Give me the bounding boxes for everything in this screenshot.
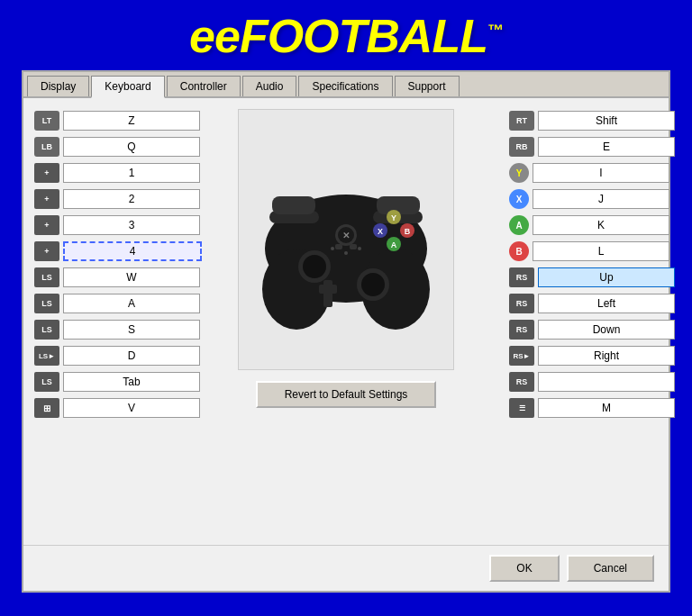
dpad1-key-input[interactable] — [63, 163, 200, 183]
list-item: + — [34, 187, 183, 211]
rs-down-key-input[interactable] — [538, 320, 675, 340]
svg-point-28 — [358, 247, 361, 250]
cam-icon: ⊞ — [34, 398, 59, 418]
a-key-input[interactable] — [533, 215, 669, 235]
ls-right-key-input[interactable] — [63, 346, 200, 366]
rs-left-icon: RS — [509, 294, 534, 313]
rs-down-icon: RS — [509, 320, 534, 340]
rt-key-input[interactable] — [538, 111, 675, 131]
b-button-icon: B — [509, 241, 529, 261]
x-key-input[interactable] — [533, 189, 669, 209]
list-item: LB — [34, 135, 183, 159]
rb-key-input[interactable] — [538, 137, 675, 157]
svg-rect-15 — [319, 285, 337, 294]
ls-down-key-input[interactable] — [63, 320, 200, 340]
tab-bar: Display Keyboard Controller Audio Specif… — [23, 72, 669, 98]
b-key-input[interactable] — [533, 241, 669, 261]
rs-left-key-input[interactable] — [538, 294, 675, 313]
y-button-icon: Y — [509, 163, 529, 183]
list-item: + — [34, 240, 183, 263]
list-item: RS — [509, 266, 658, 289]
list-item: LT — [34, 109, 183, 132]
svg-rect-5 — [272, 196, 315, 214]
dpad3-key-input[interactable] — [63, 215, 200, 235]
menu-key-input[interactable] — [538, 398, 675, 418]
tab-support[interactable]: Support — [395, 76, 460, 96]
x-button-icon: X — [509, 189, 529, 209]
list-item: Y — [509, 161, 658, 185]
ls-left-icon: LS — [34, 294, 59, 313]
list-item: + — [34, 213, 183, 237]
list-item: + — [34, 161, 183, 185]
revert-button[interactable]: Revert to Default Settings — [256, 381, 436, 408]
dpad1-icon: + — [34, 163, 59, 183]
list-item: RS — [509, 292, 658, 315]
cam-key-input[interactable] — [63, 398, 200, 418]
app-logo: eeFOOTBALL™ — [189, 9, 503, 63]
rs-up-key-input[interactable] — [538, 267, 675, 287]
ls-left-key-input[interactable] — [63, 294, 200, 313]
list-item: LS — [34, 370, 183, 394]
y-key-input[interactable] — [533, 163, 669, 183]
ls-down-icon: LS — [34, 320, 59, 340]
svg-rect-25 — [350, 244, 357, 249]
lb-icon: LB — [34, 137, 59, 157]
ls-extra-key-input[interactable] — [63, 372, 200, 392]
list-item: X — [509, 187, 658, 211]
dpad2-icon: + — [34, 189, 59, 209]
list-item: RS — [509, 318, 658, 341]
svg-point-27 — [344, 251, 348, 255]
logo-e-letter: e — [189, 10, 214, 62]
ls-right-icon: LS► — [34, 346, 59, 366]
svg-text:X: X — [378, 227, 383, 236]
list-item: ☰ — [509, 396, 658, 420]
ls-extra-icon: LS — [34, 372, 59, 392]
lt-key-input[interactable] — [63, 111, 200, 131]
rb-icon: RB — [509, 137, 534, 157]
tab-audio[interactable]: Audio — [242, 76, 297, 96]
bottom-bar: OK Cancel — [23, 545, 669, 591]
list-item: RS► — [509, 344, 658, 367]
list-item: B — [509, 240, 658, 263]
menu-icon: ☰ — [509, 398, 534, 418]
list-item: RT — [509, 109, 658, 132]
left-bindings-col: LT LB + + + + — [34, 109, 183, 534]
list-item: ⊞ — [34, 396, 183, 420]
tab-specifications[interactable]: Specifications — [298, 76, 392, 96]
svg-text:✕: ✕ — [342, 231, 350, 240]
list-item: RB — [509, 135, 658, 159]
tab-controller[interactable]: Controller — [167, 76, 241, 96]
dpad4-icon: + — [34, 241, 59, 261]
list-item: LS► — [34, 344, 183, 367]
lt-icon: LT — [34, 111, 59, 131]
content-area: LT LB + + + + — [23, 98, 669, 545]
cancel-button[interactable]: Cancel — [567, 555, 654, 582]
ok-button[interactable]: OK — [489, 555, 559, 582]
list-item: RS — [509, 370, 658, 394]
list-item: LS — [34, 318, 183, 341]
list-item: A — [509, 213, 658, 237]
list-item: LS — [34, 266, 183, 289]
list-item: LS — [34, 292, 183, 315]
rs-right-key-input[interactable] — [538, 346, 675, 366]
lb-key-input[interactable] — [63, 137, 200, 157]
tab-display[interactable]: Display — [27, 76, 89, 96]
controller-image: ✕ A B X — [238, 109, 454, 370]
svg-point-11 — [303, 255, 326, 278]
dpad3-icon: + — [34, 215, 59, 235]
svg-text:A: A — [391, 240, 397, 249]
rs-extra-key-input[interactable] — [538, 372, 675, 392]
tab-keyboard[interactable]: Keyboard — [91, 76, 164, 98]
dpad2-key-input[interactable] — [63, 189, 200, 209]
logo-tm: ™ — [487, 22, 503, 40]
dpad4-key-input[interactable] — [63, 241, 202, 261]
svg-text:Y: Y — [391, 213, 396, 222]
logo-football: eFOOTBALL — [214, 10, 487, 62]
rs-right-icon: RS► — [509, 346, 534, 366]
right-bindings-col: RT RB Y X A B — [509, 109, 658, 534]
ls-up-key-input[interactable] — [63, 267, 200, 287]
rt-icon: RT — [509, 111, 534, 131]
svg-text:B: B — [405, 227, 411, 236]
app-header: eeFOOTBALL™ — [0, 0, 692, 70]
center-col: ✕ A B X — [190, 109, 502, 534]
